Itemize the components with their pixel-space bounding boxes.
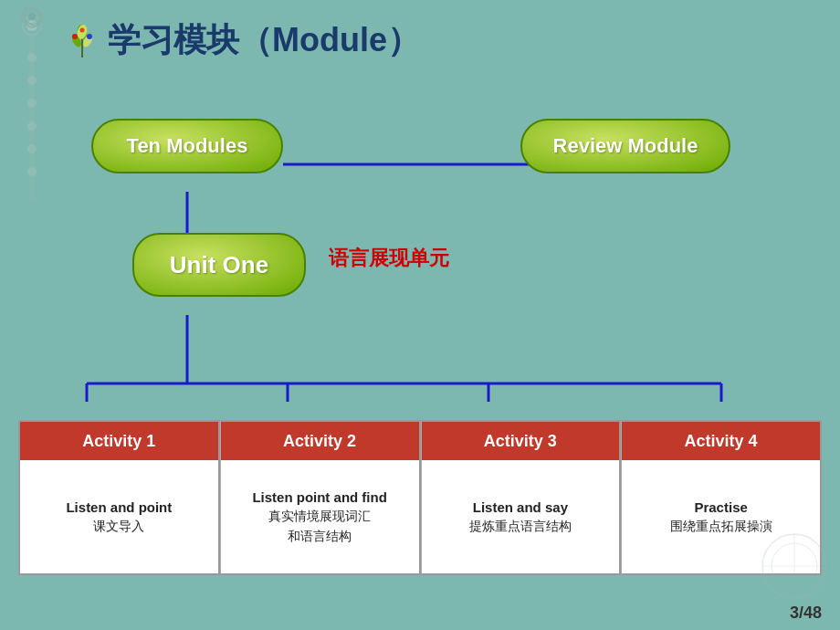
- activity-1-english: Listen and point: [66, 499, 172, 515]
- diagram-area: Ten Modules Review Module Unit One 语言展现单…: [0, 91, 840, 575]
- activity-3-box: Activity 3 Listen and say 提炼重点语言结构: [421, 420, 622, 575]
- svg-point-3: [27, 53, 37, 62]
- activity-1-header: Activity 1: [20, 422, 218, 460]
- activity-2-english: Listen point and find: [252, 489, 386, 505]
- review-module-node: Review Module: [520, 119, 730, 173]
- yuyan-label: 语言展现单元: [329, 245, 449, 272]
- activity-1-chinese: 课文导入: [93, 519, 144, 535]
- activity-4-chinese: 围绕重点拓展操演: [670, 519, 772, 535]
- activity-3-body: Listen and say 提炼重点语言结构: [422, 460, 620, 573]
- activity-2-chinese1: 真实情境展现词汇: [268, 509, 371, 525]
- activity-1-box: Activity 1 Listen and point 课文导入: [18, 420, 220, 575]
- unit-one-node: Unit One: [132, 233, 306, 297]
- activity-2-box: Activity 2 Listen point and find 真实情境展现词…: [220, 420, 421, 575]
- activity-2-chinese2: 和语言结构: [288, 529, 352, 545]
- bottom-right-decoration: [758, 530, 831, 603]
- svg-point-12: [28, 13, 36, 20]
- title-area: 学习模块（Module）: [64, 18, 420, 63]
- page-title: 学习模块（Module）: [108, 18, 420, 63]
- activity-4-header: Activity 4: [622, 422, 820, 460]
- activity-4-english: Practise: [694, 499, 747, 515]
- svg-point-19: [87, 34, 92, 39]
- activity-2-body: Listen point and find 真实情境展现词汇 和语言结构: [221, 460, 419, 573]
- page-number: 3/48: [790, 604, 822, 623]
- activity-2-header: Activity 2: [221, 422, 419, 460]
- title-icon: [64, 23, 100, 59]
- activity-1-body: Listen and point 课文导入: [20, 460, 218, 573]
- activity-3-english: Listen and say: [473, 499, 568, 515]
- svg-point-20: [80, 27, 85, 32]
- ten-modules-node: Ten Modules: [91, 119, 283, 173]
- activity-3-chinese: 提炼重点语言结构: [469, 519, 572, 535]
- svg-point-4: [27, 76, 37, 85]
- activities-row: Activity 1 Listen and point 课文导入 Activit…: [18, 420, 822, 575]
- activity-3-header: Activity 3: [422, 422, 620, 460]
- svg-point-18: [72, 34, 78, 39]
